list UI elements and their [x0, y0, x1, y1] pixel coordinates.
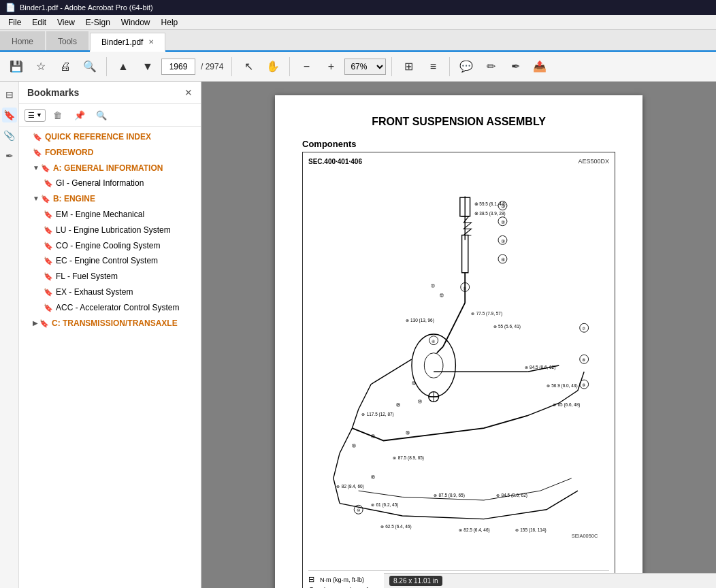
menu-window[interactable]: Window	[116, 16, 156, 29]
bookmark-flag-icon: 🔖	[33, 133, 42, 142]
legend-nm-text: N·m (kg-m, ft-lb)	[320, 576, 364, 583]
bookmark-button[interactable]: ☆	[30, 56, 52, 78]
page-size-badge: 8.26 x 11.01 in	[389, 576, 442, 586]
tab-binder[interactable]: Binder1.pdf ✕	[90, 33, 165, 52]
bookmark-flag-icon-engine: 🔖	[41, 195, 50, 203]
svg-text:⑰: ⑰	[371, 434, 375, 438]
bookmark-lu[interactable]: 🔖 LU - Engine Lubrication System	[19, 223, 201, 238]
svg-text:⑧: ⑧	[582, 357, 585, 362]
svg-text:⑥: ⑥	[432, 339, 435, 344]
new-bookmark-button[interactable]: 📌	[70, 107, 89, 123]
pointer-tool-button[interactable]: ↖	[238, 56, 259, 78]
tab-tools[interactable]: Tools	[46, 31, 88, 50]
bookmark-lu-label: LU - Engine Lubrication System	[56, 225, 171, 236]
pen-button[interactable]: ✏	[480, 56, 502, 78]
svg-text:55 (5.6, 41): 55 (5.6, 41)	[498, 324, 521, 329]
bookmarks-panel-icon[interactable]: 🔖	[2, 108, 17, 122]
bookmark-general-info-label: A: GENERAL INFORMATION	[53, 163, 163, 174]
expand-general-icon[interactable]: ▼	[33, 164, 39, 172]
expand-transmission-icon[interactable]: ▶	[33, 319, 38, 327]
svg-text:⊗: ⊗	[393, 455, 396, 460]
bookmark-engine[interactable]: ▼ 🔖 B: ENGINE	[19, 191, 201, 207]
sidebar-header: Bookmarks ✕	[19, 82, 201, 104]
svg-text:⊗: ⊗	[434, 493, 437, 497]
svg-text:56.9 (6.0, 43): 56.9 (6.0, 43)	[551, 383, 577, 389]
bookmark-general-info[interactable]: ▼ 🔖 A: GENERAL INFORMATION	[19, 161, 201, 176]
app-icon: 📄	[5, 3, 16, 12]
bookmark-ex[interactable]: 🔖 EX - Exhaust System	[19, 284, 201, 300]
svg-text:⊗: ⊗	[515, 527, 519, 532]
bookmark-foreword[interactable]: 🔖 FOREWORD	[19, 145, 201, 161]
bookmark-flag-icon-trans: 🔖	[39, 319, 49, 328]
svg-text:62.5 (6.4, 46): 62.5 (6.4, 46)	[385, 524, 411, 529]
hand-tool-button[interactable]: ✋	[262, 56, 284, 78]
bookmark-gi-label: GI - General Information	[56, 178, 144, 189]
prev-page-button[interactable]: ▲	[112, 56, 134, 78]
page-view-button[interactable]: ⊞	[397, 56, 419, 78]
svg-text:⑦: ⑦	[582, 326, 585, 331]
save-button[interactable]: 💾	[5, 56, 27, 78]
svg-text:⊗: ⊗	[471, 311, 474, 316]
zoom-select[interactable]: 67% 50% 75% 100% 125% 150%	[344, 59, 386, 75]
bookmark-transmission[interactable]: ▶ 🔖 C: TRANSMISSION/TRANSAXLE	[19, 316, 201, 331]
delete-bookmark-button[interactable]: 🗑	[48, 107, 67, 123]
bookmark-fl[interactable]: 🔖 FL - Fuel System	[19, 269, 201, 284]
menu-file[interactable]: File	[3, 16, 27, 29]
tab-home[interactable]: Home	[0, 31, 45, 50]
close-sidebar-button[interactable]: ✕	[184, 87, 193, 98]
svg-text:④: ④	[501, 257, 505, 263]
sign-button[interactable]: ✒	[504, 56, 526, 78]
comment-button[interactable]: 💬	[455, 56, 477, 78]
menu-help[interactable]: Help	[156, 16, 184, 29]
svg-text:⊗: ⊗	[406, 318, 409, 323]
bookmark-quick-ref[interactable]: 🔖 QUICK REFERENCE INDEX	[19, 129, 201, 145]
legend-replace-icon: ⊗	[308, 585, 314, 588]
separator-1	[106, 57, 107, 76]
bookmark-acc[interactable]: 🔖 ACC - Accelerator Control System	[19, 300, 201, 316]
svg-text:⊗: ⊗	[474, 210, 478, 216]
tab-bar: Home Tools Binder1.pdf ✕	[0, 30, 716, 52]
svg-text:⊗: ⊗	[547, 383, 550, 388]
menu-view[interactable]: View	[52, 16, 80, 29]
scroll-button[interactable]: ≡	[422, 56, 444, 78]
menu-esign[interactable]: E-Sign	[80, 16, 116, 29]
attachments-icon[interactable]: 📎	[2, 128, 17, 143]
svg-text:⑲: ⑲	[406, 430, 410, 435]
print-button[interactable]: 🖨	[54, 56, 76, 78]
pdf-viewer-area[interactable]: FRONT SUSPENSION ASSEMBLY Components SEC…	[201, 82, 716, 588]
svg-text:⑨: ⑨	[582, 382, 585, 387]
svg-text:③: ③	[501, 238, 505, 244]
svg-text:⑩: ⑩	[357, 508, 360, 512]
tab-close-icon[interactable]: ✕	[148, 38, 154, 46]
svg-text:155 (16, 114): 155 (16, 114)	[520, 527, 546, 533]
zoom-out-button[interactable]: −	[295, 56, 317, 78]
legend-nm-icon: ⊟	[308, 575, 314, 584]
bookmark-co[interactable]: 🔖 CO - Engine Cooling System	[19, 238, 201, 254]
svg-text:⊗: ⊗	[336, 484, 340, 489]
bookmark-foreword-label: FOREWORD	[45, 147, 93, 159]
next-page-button[interactable]: ▼	[137, 56, 159, 78]
find-bookmark-button[interactable]: 🔍	[92, 107, 111, 123]
bookmark-toolbar: ☰ ▼ 🗑 📌 🔍	[19, 104, 201, 127]
svg-text:77.5 (7.9, 57): 77.5 (7.9, 57)	[476, 311, 502, 316]
diagram-id: AES500DX	[578, 158, 609, 165]
page-thumbnail-icon[interactable]: ⊟	[2, 87, 17, 102]
svg-text:65 (6.6, 48): 65 (6.6, 48)	[557, 402, 580, 408]
svg-text:84.5 (8.6, 62): 84.5 (8.6, 62)	[530, 365, 555, 370]
bookmark-em[interactable]: 🔖 EM - Engine Mechanical	[19, 207, 201, 223]
page-input[interactable]	[161, 59, 195, 75]
bookmark-gi[interactable]: 🔖 GI - General Information	[19, 176, 201, 191]
menu-edit[interactable]: Edit	[27, 16, 52, 29]
share-button[interactable]: 📤	[529, 56, 551, 78]
components-header: Components	[302, 139, 615, 149]
pdf-page: FRONT SUSPENSION ASSEMBLY Components SEC…	[275, 95, 642, 588]
bookmark-options-dropdown[interactable]: ☰ ▼	[25, 109, 46, 122]
signatures-icon[interactable]: ✒	[2, 148, 17, 163]
separator-4	[391, 57, 392, 76]
zoom-in-button[interactable]: +	[320, 56, 342, 78]
bookmarks-panel: Bookmarks ✕ ☰ ▼ 🗑 📌 🔍 🔖 QUICK REFERENCE …	[19, 82, 201, 588]
search-button[interactable]: 🔍	[79, 56, 101, 78]
svg-text:⊗: ⊗	[493, 324, 497, 329]
expand-engine-icon[interactable]: ▼	[33, 195, 39, 202]
bookmark-ec[interactable]: 🔖 EC - Engine Control System	[19, 253, 201, 269]
